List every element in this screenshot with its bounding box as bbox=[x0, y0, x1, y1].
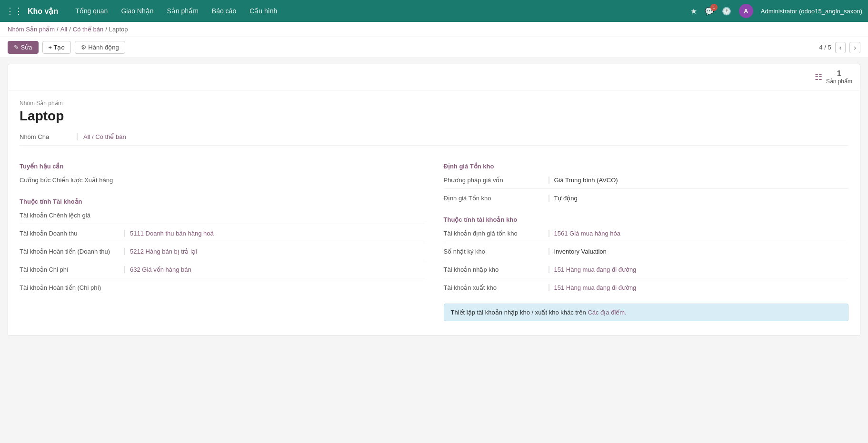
user-name[interactable]: Administrator (odoo15_anglo_saxon) bbox=[761, 8, 862, 15]
breadcrumb-part-2[interactable]: Có thể bán bbox=[73, 26, 103, 33]
field-xuatkho-value[interactable]: 151 Hàng mua đang đi đường bbox=[549, 284, 849, 291]
field-hoantien-doanhthu-value[interactable]: 5212 Hàng bán bị trả lại bbox=[124, 248, 425, 255]
breadcrumb-part-1[interactable]: All bbox=[60, 26, 67, 33]
breadcrumb-sep-2: / bbox=[105, 26, 107, 33]
nav-giaonhan[interactable]: Giao Nhận bbox=[115, 5, 159, 17]
nav-cauhinh[interactable]: Cấu hình bbox=[244, 5, 283, 17]
main-content: ☷ 1 Sản phẩm Nhóm Sản phẩm Laptop Nhóm C… bbox=[0, 58, 868, 342]
section-thuoctinhkho-fields: Tài khoản định giá tồn kho 1561 Giá mua … bbox=[444, 230, 849, 296]
toolbar: ✎ Sửa + Tạo ⚙ Hành động 4 / 5 ‹ › bbox=[0, 37, 868, 58]
field-hoantien-chiphi-label: Tài khoản Hoàn tiền (Chi phí) bbox=[20, 284, 124, 291]
info-banner-text: Thiết lập tài khoản nhập kho / xuất kho … bbox=[451, 309, 586, 316]
nav-sanpham[interactable]: Sản phẩm bbox=[161, 5, 204, 17]
field-chiphi-label: Tài khoản Chi phí bbox=[20, 266, 124, 273]
field-cuongbuc-label: Cưỡng bức Chiến lược Xuất hàng bbox=[20, 177, 124, 184]
grid-icon[interactable]: ⋮⋮ bbox=[6, 6, 23, 16]
field-dinhgiatonkho-account: Tài khoản định giá tồn kho 1561 Giá mua … bbox=[444, 230, 849, 242]
next-arrow[interactable]: › bbox=[849, 42, 860, 53]
field-nhatky-label: Sổ nhật ký kho bbox=[444, 248, 549, 255]
section-thuoctinhkho-title: Thuộc tính tài khoản kho bbox=[444, 216, 849, 223]
message-icon[interactable]: 💬 1 bbox=[705, 7, 714, 16]
field-phuongphap-value: Giá Trung bình (AVCO) bbox=[549, 177, 849, 184]
section-dinhgia-fields: Phương pháp giá vốn Giá Trung bình (AVCO… bbox=[444, 177, 849, 207]
create-button[interactable]: + Tạo bbox=[42, 41, 71, 54]
form-body: Nhóm Sản phẩm Laptop Nhóm Cha All / Có t… bbox=[8, 90, 860, 335]
user-avatar[interactable]: A bbox=[739, 4, 753, 18]
section-thuoctinh-title: Thuộc tính Tài khoản bbox=[20, 198, 425, 205]
field-dinhgiatonkho: Định giá Tồn kho Tự động bbox=[444, 195, 849, 207]
field-dinhgiatonkho-account-value[interactable]: 1561 Giá mua hàng hóa bbox=[549, 230, 849, 237]
breadcrumb-sep-1: / bbox=[69, 26, 71, 33]
star-icon[interactable]: ★ bbox=[690, 7, 697, 16]
record-title: Laptop bbox=[20, 108, 848, 124]
field-doanhthu: Tài khoản Doanh thu 5111 Doanh thu bán h… bbox=[20, 230, 425, 242]
nav-tongquan[interactable]: Tổng quan bbox=[70, 5, 113, 17]
nav-right: ★ 💬 1 🕐 A Administrator (odoo15_anglo_sa… bbox=[690, 4, 862, 18]
section-dinhgia-title: Định giá Tồn kho bbox=[444, 163, 849, 170]
nav-links: Tổng quan Giao Nhận Sản phẩm Báo cáo Cấu… bbox=[70, 5, 690, 17]
section-thuoctinh-fields: Tài khoản Chênh lệch giá Tài khoản Doanh… bbox=[20, 212, 425, 296]
field-xuatkho-label: Tài khoản xuất kho bbox=[444, 284, 549, 291]
info-banner-link[interactable]: Các địa điểm. bbox=[588, 309, 626, 316]
message-badge: 1 bbox=[710, 4, 718, 11]
nhom-cha-label: Nhóm Cha bbox=[20, 133, 77, 140]
field-hoantien-chiphi: Tài khoản Hoàn tiền (Chi phí) bbox=[20, 284, 425, 296]
field-nhatky-value: Inventory Valuation bbox=[549, 248, 849, 255]
field-chiphi: Tài khoản Chi phí 632 Giá vốn hàng bán bbox=[20, 266, 425, 278]
section-tuyenhaukan-fields: Cưỡng bức Chiến lược Xuất hàng bbox=[20, 177, 425, 188]
breadcrumb-sep-0: / bbox=[57, 26, 59, 33]
field-cuongbuc: Cưỡng bức Chiến lược Xuất hàng bbox=[20, 177, 425, 188]
app-name: Kho vận bbox=[28, 7, 58, 16]
clock-icon[interactable]: 🕐 bbox=[722, 7, 731, 16]
field-xuatkho: Tài khoản xuất kho 151 Hàng mua đang đi … bbox=[444, 284, 849, 296]
breadcrumb-part-0[interactable]: Nhóm Sản phẩm bbox=[8, 26, 55, 33]
field-doanhthu-value[interactable]: 5111 Doanh thu bán hàng hoá bbox=[124, 230, 425, 237]
field-doanhthu-label: Tài khoản Doanh thu bbox=[20, 230, 124, 237]
list-view-icon[interactable]: ☷ bbox=[815, 72, 822, 82]
products-count-number: 1 bbox=[826, 69, 852, 78]
field-chenhlech-label: Tài khoản Chênh lệch giá bbox=[20, 212, 124, 219]
nhom-cha-value[interactable]: All / Có thể bán bbox=[77, 133, 126, 140]
action-button[interactable]: ⚙ Hành động bbox=[75, 41, 125, 54]
products-count-bar: ☷ 1 Sản phẩm bbox=[8, 64, 860, 90]
field-hoantien-doanhthu-label: Tài khoản Hoàn tiền (Doanh thu) bbox=[20, 248, 124, 255]
field-nhapkho-value[interactable]: 151 Hàng mua đang đi đường bbox=[549, 266, 849, 273]
edit-button[interactable]: ✎ Sửa bbox=[8, 41, 39, 54]
prev-arrow[interactable]: ‹ bbox=[835, 42, 846, 53]
top-nav: ⋮⋮ Kho vận Tổng quan Giao Nhận Sản phẩm … bbox=[0, 0, 868, 22]
section-tuyenhaukan-title: Tuyến hậu cần bbox=[20, 163, 425, 170]
pagination-label: 4 / 5 bbox=[819, 44, 831, 51]
two-col-sections: Tuyến hậu cần Cưỡng bức Chiến lược Xuất … bbox=[20, 153, 848, 321]
field-chenhlech: Tài khoản Chênh lệch giá bbox=[20, 212, 425, 224]
toolbar-right: 4 / 5 ‹ › bbox=[819, 42, 860, 53]
field-chiphi-value[interactable]: 632 Giá vốn hàng bán bbox=[124, 266, 425, 273]
field-nhatky: Sổ nhật ký kho Inventory Valuation bbox=[444, 248, 849, 260]
nav-baocao[interactable]: Báo cáo bbox=[206, 5, 242, 17]
record-card: ☷ 1 Sản phẩm Nhóm Sản phẩm Laptop Nhóm C… bbox=[8, 64, 860, 336]
field-phuongphap-label: Phương pháp giá vốn bbox=[444, 177, 549, 184]
products-count-label: Sản phẩm bbox=[826, 78, 852, 85]
field-hoantien-doanhthu: Tài khoản Hoàn tiền (Doanh thu) 5212 Hàn… bbox=[20, 248, 425, 260]
nhom-cha-row: Nhóm Cha All / Có thể bán bbox=[20, 133, 848, 146]
left-column: Tuyến hậu cần Cưỡng bức Chiến lược Xuất … bbox=[20, 153, 425, 321]
field-nhapkho-label: Tài khoản nhập kho bbox=[444, 266, 549, 273]
field-dinhgiatonkho-label: Định giá Tồn kho bbox=[444, 195, 549, 202]
field-phuongphap: Phương pháp giá vốn Giá Trung bình (AVCO… bbox=[444, 177, 849, 189]
breadcrumb-current: Laptop bbox=[109, 26, 128, 33]
count-info: 1 Sản phẩm bbox=[826, 69, 852, 85]
field-dinhgiatonkho-value: Tự động bbox=[549, 195, 849, 202]
right-column: Định giá Tồn kho Phương pháp giá vốn Giá… bbox=[444, 153, 849, 321]
breadcrumb: Nhóm Sản phẩm / All / Có thể bán / Lapto… bbox=[0, 22, 868, 37]
field-nhapkho: Tài khoản nhập kho 151 Hàng mua đang đi … bbox=[444, 266, 849, 278]
info-banner: Thiết lập tài khoản nhập kho / xuất kho … bbox=[444, 304, 849, 321]
record-type-label: Nhóm Sản phẩm bbox=[20, 100, 848, 107]
field-dinhgiatonkho-account-label: Tài khoản định giá tồn kho bbox=[444, 230, 549, 237]
